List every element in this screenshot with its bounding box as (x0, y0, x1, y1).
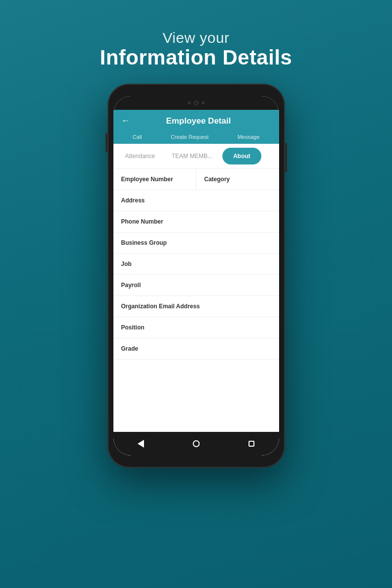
job-label: Job (121, 261, 271, 267)
field-phone-number: Phone Number (113, 211, 279, 232)
recents-nav-icon[interactable] (249, 441, 254, 447)
camera-lens (194, 100, 199, 105)
field-business-group: Business Group (113, 232, 279, 254)
content-area: Employee Number Category Address Phone N… (113, 169, 279, 432)
organization-email-label: Organization Email Address (121, 303, 271, 310)
action-bar: Call Create Request Message (113, 131, 279, 144)
field-payroll: Payroll (113, 275, 279, 296)
employee-category-row: Employee Number Category (113, 169, 279, 190)
header-subtitle: View your (100, 30, 292, 46)
bottom-nav (113, 432, 279, 456)
create-request-button[interactable]: Create Request (171, 134, 209, 140)
message-button[interactable]: Message (238, 134, 260, 140)
app-title: Employee Detail (135, 116, 262, 126)
app-header: ← Employee Detail (113, 110, 279, 131)
business-group-label: Business Group (121, 239, 271, 246)
back-nav-icon[interactable] (138, 440, 144, 448)
camera-bar (113, 96, 279, 110)
position-label: Position (121, 324, 271, 331)
category-label: Category (204, 176, 271, 183)
camera-dot-2 (202, 101, 205, 104)
field-grade: Grade (113, 338, 279, 359)
grade-label: Grade (121, 345, 271, 352)
field-job: Job (113, 254, 279, 275)
tab-bar: Attendance TEAM MEMB... About (113, 144, 279, 169)
field-position: Position (113, 317, 279, 338)
tab-attendance[interactable]: Attendance (118, 149, 162, 163)
employee-number-label: Employee Number (121, 176, 188, 183)
tab-about[interactable]: About (222, 148, 261, 164)
page-header: View your Information Details (100, 30, 292, 69)
field-employee-number: Employee Number (113, 169, 197, 190)
payroll-label: Payroll (121, 282, 271, 289)
field-organization-email: Organization Email Address (113, 296, 279, 317)
field-address: Address (113, 190, 279, 211)
field-category: Category (196, 169, 279, 190)
home-nav-icon[interactable] (193, 440, 200, 447)
camera-dot-1 (188, 101, 191, 104)
address-label: Address (121, 197, 271, 204)
phone-number-label: Phone Number (121, 218, 271, 225)
header-title: Information Details (100, 46, 292, 69)
phone-screen: ← Employee Detail Call Create Request Me… (113, 96, 279, 456)
tab-team-members[interactable]: TEAM MEMB... (165, 149, 219, 163)
call-button[interactable]: Call (133, 134, 142, 140)
back-button[interactable]: ← (121, 116, 130, 126)
phone-frame: ← Employee Detail Call Create Request Me… (107, 84, 285, 468)
